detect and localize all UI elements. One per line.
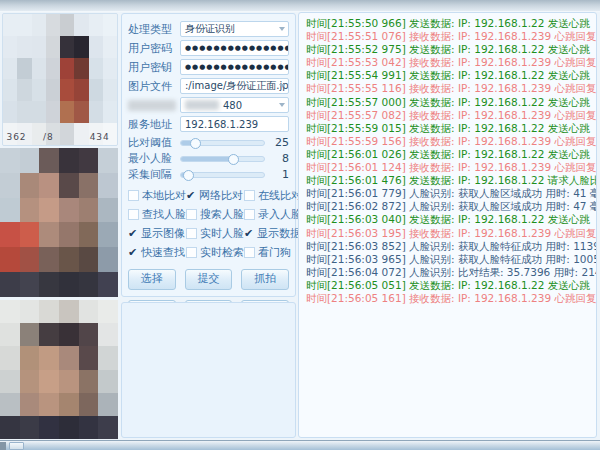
slider-thumb[interactable]	[228, 154, 239, 165]
log-entry: 时间[21:56:05 161] 接收数据: IP: 192.168.1.239…	[306, 292, 596, 305]
select-button[interactable]: 选择	[128, 269, 176, 290]
log-entry: 时间[21:55:54 991] 发送数据: IP: 192.168.1.22 …	[306, 69, 596, 82]
field-label: 用户密钥	[128, 60, 180, 75]
unchecked-box-icon[interactable]	[186, 209, 197, 220]
id-number-fragment: 362	[6, 132, 26, 142]
checkbox-network-compare[interactable]: ✔ 网络比对	[186, 188, 244, 202]
horizontal-scrollbar[interactable]	[0, 440, 600, 450]
checkbox-label: 显示数据	[257, 226, 301, 241]
unchecked-box-icon[interactable]	[244, 247, 255, 258]
slider-label: 采集间隔	[128, 167, 180, 182]
slider-track[interactable]	[180, 156, 265, 162]
slider-fill	[181, 157, 232, 161]
field-control[interactable]: :/image/身份证正面.jpg	[180, 78, 289, 94]
checked-icon[interactable]: ✔	[128, 227, 140, 240]
slider-thumb[interactable]	[183, 170, 194, 181]
checkbox-search-face[interactable]: 搜索人脸	[186, 207, 244, 221]
log-entry: 时间[21:55:50 966] 发送数据: IP: 192.168.1.22 …	[306, 17, 596, 30]
field-value: 480	[223, 100, 242, 111]
checkbox-find-face[interactable]: 查找人脸	[128, 207, 186, 221]
capture-button[interactable]: 抓拍	[241, 269, 289, 290]
submit-button[interactable]: 提交	[185, 269, 233, 290]
field-user-key: 用户密钥 ●●●●●●●●●●●●●●●●●●●●●	[128, 59, 289, 75]
log-entry: 时间[21:55:53 042] 接收数据: IP: 192.168.1.239…	[306, 56, 596, 69]
field-control[interactable]: 192.168.1.239	[180, 116, 289, 132]
checkbox-label: 网络比对	[199, 188, 243, 203]
field-video-size: 480	[128, 97, 289, 113]
checkbox-enroll-face[interactable]: 录入人脸	[244, 207, 302, 221]
slider-value: 25	[273, 136, 289, 149]
field-user-password: 用户密码 ●●●●●●●●●●●●●●●●●●●●●	[128, 40, 289, 56]
checkbox-local-compare[interactable]: 本地比对	[128, 188, 186, 202]
face-photo-2-mosaic	[0, 300, 118, 439]
field-label: 图片文件	[128, 79, 180, 94]
id-card-mosaic	[3, 14, 117, 145]
unchecked-box-icon[interactable]	[128, 209, 139, 220]
log-entry: 时间[21:55:52 975] 发送数据: IP: 192.168.1.22 …	[306, 43, 596, 56]
checkbox-label: 实时人脸	[200, 226, 244, 241]
log-entry: 时间[21:56:03 852] 人脸识别: 获取人脸特征成功 用时: 1139…	[306, 240, 596, 253]
checked-icon[interactable]: ✔	[128, 246, 140, 259]
checkbox-realtime-search[interactable]: 实时检索	[186, 245, 244, 259]
slider-min-face: 最小人脸 8	[128, 151, 289, 166]
field-process-type: 处理类型 身份证识别	[128, 21, 289, 37]
checkbox-label: 本地比对	[142, 188, 186, 203]
field-label: 处理类型	[128, 22, 180, 37]
field-label: 服务地址	[128, 117, 180, 132]
slider-value: 1	[273, 168, 289, 181]
log-entry: 时间[21:56:03 195] 接收数据: IP: 192.168.1.239…	[306, 227, 596, 240]
log-entry: 时间[21:55:51 076] 接收数据: IP: 192.168.1.239…	[306, 30, 596, 43]
checkbox-label: 搜索人脸	[200, 207, 244, 222]
scrollbar-corner	[0, 442, 6, 450]
unchecked-box-icon[interactable]	[186, 247, 197, 258]
checkbox-show-data[interactable]: ✔ 显示数据	[244, 226, 302, 240]
checkbox-watchdog[interactable]: 看门狗	[244, 245, 302, 259]
field-control[interactable]: 身份证识别	[180, 21, 289, 37]
checked-icon[interactable]: ✔	[244, 227, 256, 240]
field-value: :/image/身份证正面.jpg	[185, 79, 289, 93]
unchecked-box-icon[interactable]	[244, 209, 255, 220]
field-control[interactable]: ●●●●●●●●●●●●●●●●●●●●●	[180, 59, 289, 75]
scrollbar-thumb[interactable]	[9, 442, 24, 450]
face-photo-2	[0, 300, 118, 439]
slider-track[interactable]	[180, 140, 265, 146]
slider-value: 8	[273, 152, 289, 165]
face-photo-1-mosaic	[0, 148, 118, 297]
unchecked-box-icon[interactable]	[244, 190, 255, 201]
checkbox-label: 录入人脸	[258, 207, 302, 222]
slider-track[interactable]	[180, 172, 265, 178]
checkbox-online-compare[interactable]: 在线比对	[244, 188, 302, 202]
checkbox-show-image[interactable]: ✔ 显示图像	[128, 226, 186, 240]
slider-thumb[interactable]	[190, 138, 201, 149]
log-output-panel[interactable]: 时间[21:55:50 966] 发送数据: IP: 192.168.1.22 …	[298, 12, 597, 438]
id-number-fragment: /8	[43, 132, 54, 142]
log-entry: 时间[21:56:02 872] 人脸识别: 获取人脸区域成功 用时: 47 毫…	[306, 200, 596, 213]
field-control[interactable]: 480	[180, 97, 289, 113]
log-entry: 时间[21:56:04 072] 人脸识别: 比对结果: 35.7396 用时:…	[306, 266, 596, 279]
slider-label: 最小人脸	[128, 151, 180, 166]
field-value: 身份证识别	[185, 22, 235, 36]
preview-empty-panel	[121, 302, 296, 438]
checkbox-label: 显示图像	[141, 226, 185, 241]
slider-label: 比对阈值	[128, 135, 180, 150]
field-value: 192.168.1.239	[185, 119, 258, 130]
log-entry: 时间[21:56:05 051] 发送数据: IP: 192.168.1.22 …	[306, 279, 596, 292]
chevron-down-icon[interactable]	[279, 27, 285, 31]
log-entry: 时间[21:55:57 082] 接收数据: IP: 192.168.1.239…	[306, 109, 596, 122]
checkbox-label: 快速查找	[141, 245, 185, 260]
chevron-down-icon[interactable]	[279, 103, 285, 107]
unchecked-box-icon[interactable]	[128, 190, 139, 201]
checked-icon[interactable]: ✔	[186, 189, 198, 202]
slider-capture-interval: 采集间隔 1	[128, 167, 289, 182]
checkbox-label: 在线比对	[258, 188, 302, 203]
log-entry: 时间[21:55:59 156] 接收数据: IP: 192.168.1.239…	[306, 135, 596, 148]
unchecked-box-icon[interactable]	[186, 228, 197, 239]
field-value: ●●●●●●●●●●●●●●●●●●●●●	[185, 63, 289, 71]
log-entry: 时间[21:56:03 965] 人脸识别: 获取人脸特征成功 用时: 1005…	[306, 253, 596, 266]
window-titlebar	[0, 0, 600, 12]
field-image-file: 图片文件 :/image/身份证正面.jpg	[128, 78, 289, 94]
chevron-down-icon[interactable]	[279, 84, 285, 88]
checkbox-quick-find[interactable]: ✔ 快速查找	[128, 245, 186, 259]
checkbox-realtime-face[interactable]: 实时人脸	[186, 226, 244, 240]
field-control[interactable]: ●●●●●●●●●●●●●●●●●●●●●	[180, 40, 289, 56]
